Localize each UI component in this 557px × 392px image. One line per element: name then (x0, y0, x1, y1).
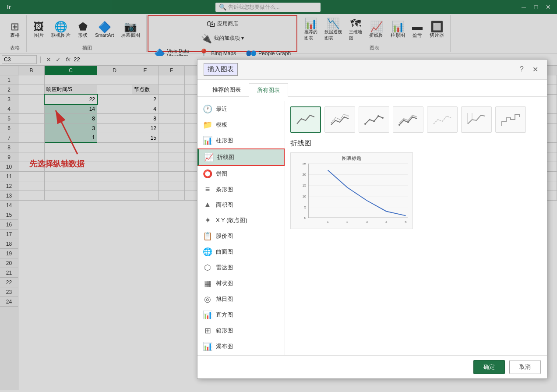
dialog-footer: 确定 取消 (197, 355, 547, 378)
svg-text:5: 5 (304, 205, 307, 209)
line-subtype-7-icon (500, 111, 522, 128)
svg-point-8 (403, 120, 405, 121)
chart-type-list: 🕐 最近 📁 模板 📊 柱形图 📈 折线图 ⭕ 饼图 ≡ 条形图 (197, 101, 285, 355)
chart-preview-svg: 图表标题 0 5 10 15 20 2 (291, 153, 412, 229)
template-icon: 📁 (203, 120, 212, 130)
svg-text:5: 5 (405, 220, 407, 224)
line-subtype-7[interactable] (495, 106, 526, 133)
line-subtype-5-icon (431, 111, 453, 128)
dialog-tabs: 推荐的图表 所有图表 (197, 83, 547, 97)
chart-type-histogram[interactable]: 📊 直方图 (197, 307, 285, 323)
recent-icon: 🕐 (203, 104, 212, 114)
radar-icon: ⬡ (203, 263, 212, 272)
line-subtype-1-icon (295, 111, 317, 128)
svg-text:4: 4 (385, 220, 388, 224)
chart-type-waterfall[interactable]: 📊 瀑布图 (197, 339, 285, 354)
chart-type-line[interactable]: 📈 折线图 (197, 148, 285, 166)
chart-type-radar[interactable]: ⬡ 雷达图 (197, 260, 285, 275)
svg-text:0: 0 (304, 216, 307, 220)
surface-icon: 🌐 (203, 247, 212, 257)
line-subtype-2[interactable] (324, 106, 355, 133)
insert-chart-dialog: 插入图表 ? ✕ 推荐的图表 所有图表 🕐 最近 📁 模板 📊 柱形图 (197, 59, 547, 379)
sunburst-icon: ◎ (203, 294, 212, 304)
chart-type-scatter[interactable]: ✦ X Y (散点图) (197, 212, 285, 228)
dialog-controls: ? ✕ (517, 64, 541, 74)
stock-icon: 📋 (203, 231, 212, 241)
chart-type-bar[interactable]: ≡ 条形图 (197, 182, 285, 197)
treemap-icon: ▦ (203, 279, 212, 288)
tab-recommended-charts[interactable]: 推荐的图表 (204, 83, 249, 96)
chart-type-area[interactable]: ▲ 面积图 (197, 197, 285, 212)
chart-type-column[interactable]: 📊 柱形图 (197, 133, 285, 148)
line-subtype-1[interactable] (290, 106, 321, 133)
svg-point-5 (377, 115, 379, 117)
svg-text:图表标题: 图表标题 (342, 155, 361, 161)
line-icon: 📈 (204, 152, 214, 162)
svg-point-4 (373, 120, 375, 122)
area-icon: ▲ (203, 200, 212, 209)
column-icon: 📊 (203, 136, 212, 145)
chart-type-stock[interactable]: 📋 股价图 (197, 228, 285, 244)
line-subtype-3-icon (363, 111, 385, 128)
svg-text:3: 3 (366, 220, 368, 224)
svg-point-3 (369, 119, 370, 120)
svg-point-2 (364, 123, 366, 125)
dialog-close-button[interactable]: ✕ (530, 64, 541, 74)
dialog-header: 插入图表 ? ✕ (197, 60, 547, 80)
scatter-icon: ✦ (203, 215, 212, 225)
svg-text:2: 2 (346, 220, 348, 224)
svg-point-7 (398, 124, 400, 126)
svg-text:10: 10 (302, 194, 306, 198)
chart-type-sunburst[interactable]: ◎ 旭日图 (197, 291, 285, 307)
selected-chart-type-name: 折线图 (290, 139, 542, 148)
svg-point-9 (407, 121, 409, 123)
line-subtype-5[interactable] (427, 106, 458, 133)
line-subtype-6-icon (465, 111, 487, 128)
line-subtype-3[interactable] (359, 106, 389, 133)
chart-type-recent[interactable]: 🕐 最近 (197, 101, 285, 117)
dialog-cancel-button[interactable]: 取消 (509, 360, 541, 374)
svg-point-6 (382, 117, 384, 119)
line-subtype-4-icon (397, 111, 419, 128)
chart-type-treemap[interactable]: ▦ 树状图 (197, 275, 285, 291)
chart-preview-area: 折线图 图表标题 (285, 101, 547, 355)
tab-all-charts[interactable]: 所有图表 (249, 83, 288, 97)
svg-text:15: 15 (302, 184, 306, 187)
dialog-ok-button[interactable]: 确定 (473, 360, 505, 374)
chart-type-boxwhisker[interactable]: ⊞ 箱形图 (197, 323, 285, 339)
boxwhisker-icon: ⊞ (203, 326, 212, 335)
dialog-help-button[interactable]: ? (517, 64, 526, 74)
line-subtype-4[interactable] (393, 106, 423, 133)
pie-icon: ⭕ (203, 169, 212, 179)
chart-type-surface[interactable]: 🌐 曲面图 (197, 244, 285, 260)
line-subtype-2-icon (329, 111, 351, 128)
bar-icon: ≡ (203, 185, 212, 194)
chart-type-template[interactable]: 📁 模板 (197, 117, 285, 133)
histogram-icon: 📊 (203, 310, 212, 320)
chart-preview-box: 图表标题 0 5 10 15 20 2 (290, 152, 413, 229)
svg-text:25: 25 (302, 162, 306, 166)
line-subtype-6[interactable] (461, 106, 492, 133)
dialog-title: 插入图表 (204, 63, 238, 76)
svg-text:20: 20 (302, 173, 306, 177)
chart-subtypes-row (290, 106, 542, 133)
waterfall-icon: 📊 (203, 342, 212, 351)
chart-type-pie[interactable]: ⭕ 饼图 (197, 166, 285, 182)
dialog-body: 🕐 最近 📁 模板 📊 柱形图 📈 折线图 ⭕ 饼图 ≡ 条形图 (197, 101, 547, 355)
svg-text:1: 1 (327, 220, 328, 224)
